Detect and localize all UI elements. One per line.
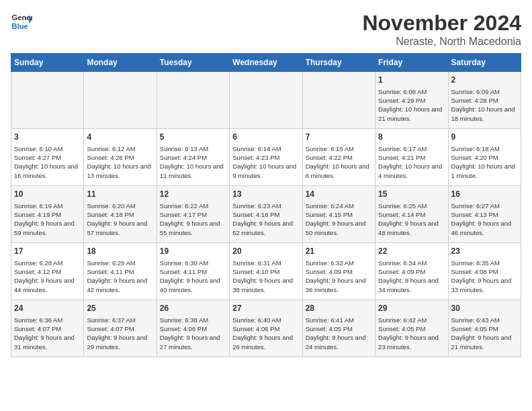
day-number: 23 (451, 246, 518, 257)
calendar-cell: 23Sunrise: 6:35 AMSunset: 4:08 PMDayligh… (448, 243, 521, 300)
day-info: Sunrise: 6:12 AM (87, 144, 153, 153)
day-info: Sunset: 4:28 PM (451, 96, 518, 105)
week-row-1: 1Sunrise: 6:08 AMSunset: 4:29 PMDaylight… (11, 72, 521, 129)
day-info: Sunset: 4:10 PM (232, 267, 299, 276)
day-info: Sunset: 4:11 PM (160, 267, 226, 276)
day-info: Sunset: 4:11 PM (87, 267, 153, 276)
day-number: 6 (232, 132, 299, 143)
day-info: Sunset: 4:24 PM (160, 153, 226, 162)
day-number: 21 (306, 246, 372, 257)
day-number: 22 (378, 246, 445, 257)
day-info: Sunset: 4:12 PM (14, 267, 81, 276)
day-number: 8 (378, 132, 445, 143)
day-info: Sunset: 4:22 PM (306, 153, 372, 162)
col-sunday: Sunday (11, 54, 84, 72)
day-number: 9 (451, 132, 518, 143)
day-number: 18 (87, 246, 153, 257)
day-info: Sunset: 4:09 PM (378, 267, 445, 276)
day-info: Sunset: 4:16 PM (232, 210, 299, 219)
day-number: 14 (306, 189, 372, 200)
calendar-cell: 2Sunrise: 6:09 AMSunset: 4:28 PMDaylight… (448, 72, 521, 129)
day-info: Sunrise: 6:14 AM (232, 144, 299, 153)
calendar-cell: 17Sunrise: 6:28 AMSunset: 4:12 PMDayligh… (11, 243, 84, 300)
day-number: 7 (306, 132, 372, 143)
day-info: Daylight: 9 hours and 52 minutes. (232, 219, 299, 237)
calendar-cell: 16Sunrise: 6:27 AMSunset: 4:13 PMDayligh… (448, 186, 521, 243)
calendar-header: Sunday Monday Tuesday Wednesday Thursday… (11, 54, 521, 72)
calendar-cell: 8Sunrise: 6:17 AMSunset: 4:21 PMDaylight… (375, 129, 448, 186)
calendar-cell: 24Sunrise: 6:36 AMSunset: 4:07 PMDayligh… (11, 300, 84, 357)
calendar-cell: 18Sunrise: 6:29 AMSunset: 4:11 PMDayligh… (84, 243, 157, 300)
day-info: Sunset: 4:07 PM (87, 324, 153, 333)
calendar-cell (302, 72, 375, 129)
day-number: 2 (451, 75, 518, 86)
calendar-title: November 2024 (362, 11, 521, 36)
day-info: Sunrise: 6:20 AM (87, 201, 153, 210)
day-info: Sunset: 4:06 PM (232, 324, 299, 333)
day-number: 17 (14, 246, 81, 257)
svg-text:Blue: Blue (12, 22, 28, 30)
calendar-cell: 1Sunrise: 6:08 AMSunset: 4:29 PMDaylight… (375, 72, 448, 129)
day-number: 30 (451, 303, 518, 314)
day-info: Daylight: 10 hours and 6 minutes. (306, 162, 372, 180)
day-info: Sunrise: 6:13 AM (160, 144, 226, 153)
day-info: Daylight: 9 hours and 33 minutes. (451, 276, 518, 294)
day-info: Sunrise: 6:40 AM (232, 316, 299, 324)
day-info: Sunrise: 6:27 AM (451, 201, 518, 210)
day-info: Sunset: 4:07 PM (14, 324, 81, 333)
day-info: Sunrise: 6:24 AM (306, 201, 372, 210)
logo-icon: General Blue (11, 11, 32, 32)
day-info: Sunset: 4:05 PM (306, 324, 372, 333)
day-info: Daylight: 9 hours and 31 minutes. (14, 333, 81, 351)
col-monday: Monday (84, 54, 157, 72)
week-row-4: 17Sunrise: 6:28 AMSunset: 4:12 PMDayligh… (11, 243, 521, 300)
day-info: Sunset: 4:26 PM (87, 153, 153, 162)
day-info: Sunrise: 6:09 AM (451, 87, 518, 96)
calendar-cell: 27Sunrise: 6:40 AMSunset: 4:06 PMDayligh… (230, 300, 302, 357)
calendar-subtitle: Neraste, North Macedonia (362, 36, 521, 48)
calendar-cell: 10Sunrise: 6:19 AMSunset: 4:19 PMDayligh… (11, 186, 84, 243)
calendar-body: 1Sunrise: 6:08 AMSunset: 4:29 PMDaylight… (11, 72, 521, 357)
header-row: Sunday Monday Tuesday Wednesday Thursday… (11, 54, 521, 72)
day-info: Sunrise: 6:10 AM (14, 144, 81, 153)
col-tuesday: Tuesday (157, 54, 229, 72)
day-number: 19 (160, 246, 226, 257)
calendar-cell: 20Sunrise: 6:31 AMSunset: 4:10 PMDayligh… (230, 243, 302, 300)
day-info: Daylight: 10 hours and 4 minutes. (378, 162, 445, 180)
calendar-cell: 11Sunrise: 6:20 AMSunset: 4:18 PMDayligh… (84, 186, 157, 243)
week-row-5: 24Sunrise: 6:36 AMSunset: 4:07 PMDayligh… (11, 300, 521, 357)
day-info: Sunset: 4:17 PM (160, 210, 226, 219)
day-info: Sunrise: 6:33 AM (306, 259, 372, 267)
day-info: Sunrise: 6:43 AM (451, 316, 518, 324)
day-info: Daylight: 9 hours and 24 minutes. (306, 333, 372, 351)
calendar-cell: 28Sunrise: 6:41 AMSunset: 4:05 PMDayligh… (302, 300, 375, 357)
day-info: Daylight: 10 hours and 18 minutes. (451, 105, 518, 123)
calendar-cell: 15Sunrise: 6:25 AMSunset: 4:14 PMDayligh… (375, 186, 448, 243)
calendar-cell: 25Sunrise: 6:37 AMSunset: 4:07 PMDayligh… (84, 300, 157, 357)
calendar-cell: 7Sunrise: 6:15 AMSunset: 4:22 PMDaylight… (302, 129, 375, 186)
day-info: Sunrise: 6:37 AM (87, 316, 153, 324)
day-number: 26 (160, 303, 226, 314)
day-number: 24 (14, 303, 81, 314)
day-info: Daylight: 10 hours and 9 minutes. (232, 162, 299, 180)
calendar-cell: 12Sunrise: 6:22 AMSunset: 4:17 PMDayligh… (157, 186, 229, 243)
col-friday: Friday (375, 54, 448, 72)
week-row-2: 3Sunrise: 6:10 AMSunset: 4:27 PMDaylight… (11, 129, 521, 186)
calendar-cell (84, 72, 157, 129)
day-info: Sunrise: 6:35 AM (451, 259, 518, 267)
day-number: 5 (160, 132, 226, 143)
day-info: Daylight: 9 hours and 34 minutes. (378, 276, 445, 294)
day-info: Daylight: 10 hours and 21 minutes. (378, 105, 445, 123)
day-info: Sunset: 4:23 PM (232, 153, 299, 162)
day-number: 12 (160, 189, 226, 200)
day-info: Sunrise: 6:18 AM (451, 144, 518, 153)
day-info: Daylight: 10 hours and 1 minute. (451, 162, 518, 180)
calendar-cell: 22Sunrise: 6:34 AMSunset: 4:09 PMDayligh… (375, 243, 448, 300)
day-info: Daylight: 9 hours and 42 minutes. (87, 276, 153, 294)
day-info: Sunset: 4:05 PM (378, 324, 445, 333)
day-info: Sunrise: 6:38 AM (160, 316, 226, 324)
calendar-table: Sunday Monday Tuesday Wednesday Thursday… (11, 53, 521, 357)
day-info: Daylight: 9 hours and 29 minutes. (87, 333, 153, 351)
day-info: Daylight: 10 hours and 13 minutes. (87, 162, 153, 180)
calendar-cell: 9Sunrise: 6:18 AMSunset: 4:20 PMDaylight… (448, 129, 521, 186)
